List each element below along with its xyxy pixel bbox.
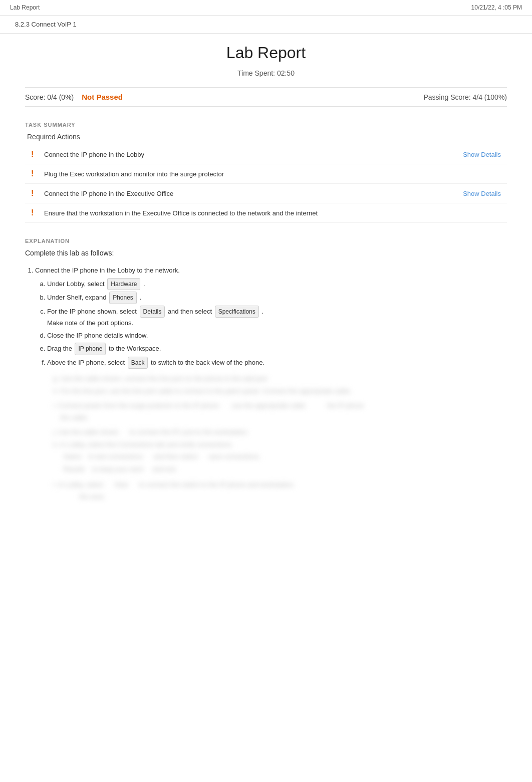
blurred-line-m: Select to test connections and then sele… (53, 451, 507, 463)
task-item: ! Plug the Exec workstation and monitor … (25, 164, 507, 184)
top-bar: Lab Report 10/21/22, 4 :05 PM (0, 0, 532, 16)
blurred-line-k: j. Use the cable shown to connect the PC… (53, 426, 507, 439)
substep-c: For the IP phone shown, select Details a… (47, 306, 507, 329)
top-bar-left-label: Lab Report (10, 4, 40, 11)
explanation-step-1: Connect the IP phone in the Lobby to the… (35, 265, 507, 369)
substep-a: Under Lobby, select Hardware . (47, 278, 507, 290)
score-row: Score: 0/4 (0%) Not Passed Passing Score… (25, 87, 507, 107)
score-left: Score: 0/4 (0%) Not Passed (25, 93, 123, 101)
task-text-4: Ensure that the workstation in the Execu… (44, 209, 501, 217)
blurred-line-g: g. Use the cable shown, connect the line… (53, 373, 507, 385)
hardware-button: Hardware (107, 278, 140, 290)
task-item: ! Connect the IP phone in the Lobby Show… (25, 145, 507, 164)
task-item: ! Connect the IP phone in the Executive … (25, 184, 507, 203)
task-text-3: Connect the IP phone in the Executive Of… (44, 190, 458, 197)
warning-icon-3: ! (31, 189, 39, 198)
details-button: Details (140, 306, 165, 318)
task-item: ! Ensure that the workstation in the Exe… (25, 203, 507, 223)
warning-icon-2: ! (31, 169, 39, 178)
warning-icon-1: ! (31, 150, 39, 159)
task-text-2: Plug the Exec workstation and monitor in… (44, 170, 501, 178)
main-content: Lab Report Time Spent: 02:50 Score: 0/4 … (0, 34, 532, 513)
explanation-steps-list: Connect the IP phone in the Lobby to the… (25, 265, 507, 369)
blurred-line-o: l. In Lobby, select View to connect the … (53, 479, 507, 491)
breadcrumb: 8.2.3 Connect VoIP 1 (0, 16, 532, 34)
substep-d: Close the IP phone details window. (47, 330, 507, 341)
not-passed-badge: Not Passed (82, 93, 123, 101)
back-button: Back (128, 357, 148, 369)
explanation-intro: Complete this lab as follows: (25, 249, 507, 257)
blurred-line-p: the area. (53, 491, 507, 503)
substep-e: Drag the IP phone to the Workspace. (47, 343, 507, 355)
task-summary-section: TASK SUMMARY Required Actions ! Connect … (25, 122, 507, 223)
ip-phone-button: IP phone (75, 343, 106, 355)
step-1-substeps: Under Lobby, select Hardware . Under She… (35, 278, 507, 369)
step-1-main: Connect the IP phone in the Lobby to the… (35, 267, 180, 274)
blurred-line-n: Results to keep your work and exit. (53, 463, 507, 476)
explanation-header: EXPLANATION (25, 238, 507, 244)
time-spent: Time Spent: 02:50 (25, 69, 507, 77)
phones-button: Phones (109, 292, 137, 304)
task-text-1: Connect the IP phone in the Lobby (44, 151, 458, 158)
blurred-content: g. Use the cable shown, connect the line… (25, 373, 507, 503)
passing-score: Passing Score: 4/4 (100%) (423, 93, 507, 101)
substep-b: Under Shelf, expand Phones . (47, 292, 507, 304)
blurred-line-i: i. Connect power from the surge protecto… (53, 400, 507, 412)
required-actions-label: Required Actions (25, 133, 507, 141)
report-title: Lab Report (25, 44, 507, 62)
explanation-section: EXPLANATION Complete this lab as follows… (25, 238, 507, 503)
show-details-link-1[interactable]: Show Details (463, 151, 501, 158)
substep-f: Above the IP phone, select Back to switc… (47, 357, 507, 369)
top-bar-right-label: 10/21/22, 4 :05 PM (471, 4, 522, 11)
blurred-line-j: the cable. (53, 412, 507, 424)
breadcrumb-text: 8.2.3 Connect VoIP 1 (15, 21, 77, 28)
blurred-line-l: k. In Lobby, select the Connections tab … (53, 439, 507, 451)
task-summary-header: TASK SUMMARY (25, 122, 507, 128)
specifications-button: Specifications (215, 306, 259, 318)
warning-icon-4: ! (31, 208, 39, 217)
show-details-link-3[interactable]: Show Details (463, 190, 501, 197)
blurred-line-h: h. For the line port, use the line port … (53, 385, 507, 398)
score-text: Score: 0/4 (0%) (25, 93, 74, 101)
